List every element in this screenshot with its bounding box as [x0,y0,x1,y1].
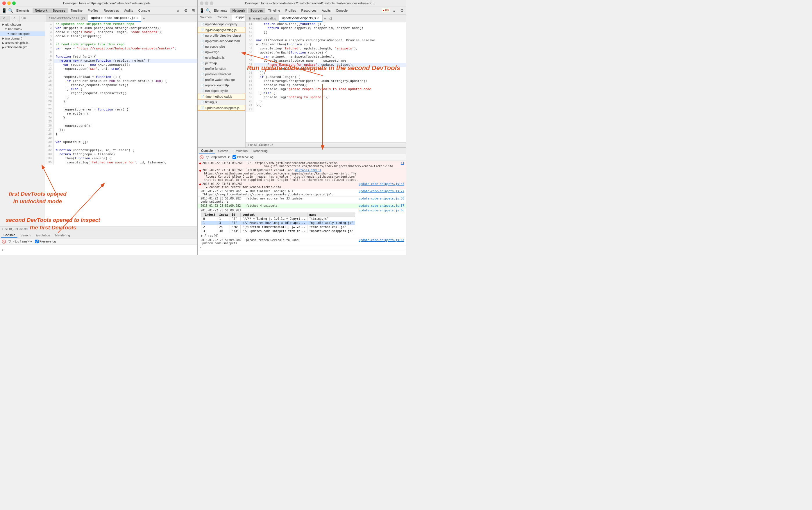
left-console-tab-search[interactable]: Search [18,233,33,237]
log-source[interactable]: update-code-snippets.js:57 [359,204,404,207]
right-preserve-checkbox[interactable] [233,155,236,159]
snippet-replace-load[interactable]: 📄 replace load http [198,83,245,88]
right-menu-network[interactable]: Network [230,8,247,13]
right-console-input[interactable] [203,246,404,250]
left-console-tab-rendering[interactable]: Rendering [53,233,72,237]
log-source[interactable]: update-code-snippets.js:27 [359,190,404,193]
right-menu-console[interactable]: Console [334,8,350,13]
snip-tab-content[interactable]: Conten... [214,15,232,21]
right-code-editor[interactable]: 51 return chain.then((function () { 52 r… [246,22,406,142]
device-icon[interactable]: 📱 [1,7,7,13]
snippet-update-code[interactable]: 📄 update-code-snippets.js [198,105,245,111]
right-menu-resources[interactable]: Resources [299,8,319,13]
left-console-tab-console[interactable]: Console [1,233,18,238]
left-filter-icon[interactable]: ▽ [8,239,11,244]
log-source[interactable]: update-code-snippets.js:36 [359,197,404,200]
log-source[interactable]: update-code-snippets.js:45 [359,182,404,186]
snippet-ng-wedge[interactable]: 📄 ng-wedge [198,50,245,55]
more-tools-icon[interactable]: » [175,7,181,13]
log-source[interactable]: update-code-snippets.js:67 [359,238,404,242]
tree-item-bahmutov[interactable]: ▼ bahmutov [0,27,45,31]
left-menu-timeline[interactable]: Timeline [68,8,85,13]
right-tab-update-snippets[interactable]: update-code-snippets.js ✕ [279,15,323,22]
tree-item-assets[interactable]: ▶ assets-cdn.github... [0,41,45,45]
right-tab-collapse-icon[interactable]: ◁ [327,16,333,21]
left-console-tab-emulation[interactable]: Emulation [33,233,52,237]
right-preserve-label: Preserve log [237,155,253,159]
tab-close-icon[interactable]: ✕ [317,16,320,20]
left-tab-time-method[interactable]: time-method-call.js [46,15,88,22]
snippet-perfmap[interactable]: 📄 perfmap [198,60,245,66]
left-tab-update-snippets[interactable]: update-code-snippets.js ✕ [88,15,141,22]
tree-item-collector[interactable]: ▶ collector-cdn.gith... [0,45,45,50]
left-console-input[interactable] [5,248,196,252]
snippet-profile-function[interactable]: 📄 profile-function [198,66,245,72]
right-tab-more-icon[interactable]: » [323,16,327,21]
log-link[interactable]: devtools.html:1 [295,169,321,172]
minimize-button[interactable] [7,1,11,5]
dock-icon[interactable]: ⊞ [190,7,196,13]
right-console-tab-rendering[interactable]: Rendering [250,148,270,153]
right-console-toolbar: 🚫 ▽ <top frame> ▼ Preserve log [198,154,406,161]
snippet-ng-profile-scope[interactable]: 📄 ng-profile-scope-method [198,38,245,44]
right-menu-audits[interactable]: Audits [320,8,333,13]
left-preserve-checkbox[interactable] [35,239,39,244]
right-console-tab-search[interactable]: Search [216,148,231,153]
right-inspect-icon[interactable]: 🔍 [205,7,211,13]
right-console-tab-console[interactable]: Console [199,148,215,153]
right-menu-sources[interactable]: Sources [248,8,265,13]
right-no-entry-icon[interactable]: 🚫 [199,155,204,159]
close-button[interactable] [2,1,6,5]
snip-tab-snippets[interactable]: Snippets [232,15,246,21]
log-source[interactable]: :1 [401,161,404,165]
left-menu-sources[interactable]: Sources [50,8,67,13]
snip-tab-sources[interactable]: Sources [198,15,214,21]
snippet-profile-method[interactable]: 📄 profile-method-call [198,72,245,77]
filetree-tab-co[interactable]: Co... [10,16,20,22]
left-menu-audits[interactable]: Audits [122,8,136,13]
right-menu-profiles[interactable]: Profiles [283,8,298,13]
left-code-editor[interactable]: time-method-call.js update-code-snippets… [45,15,197,227]
right-more-tools-icon[interactable]: » [391,7,397,13]
right-settings-icon[interactable]: ⚙ [399,7,405,13]
snippet-file-icon: 📄 [201,73,204,76]
inspect-icon[interactable]: 🔍 [7,7,13,13]
log-source[interactable]: update-code-snippets.js:66 [359,209,404,212]
right-frame-select[interactable]: <top frame> ▼ [211,155,230,159]
right-preserve-log-check[interactable]: Preserve log [233,155,253,159]
snippet-ng-find-scope[interactable]: 📄 ng-find-scope-property [198,22,245,27]
left-no-entry-icon[interactable]: 🚫 [2,239,6,244]
right-device-icon[interactable]: 📱 [199,7,205,13]
filetree-tab-so[interactable]: So... [0,16,10,22]
tab-close-icon[interactable]: ✕ [136,16,138,20]
snippet-time-method[interactable]: 📄 time-method-call.js [198,94,245,100]
snippet-overflowing[interactable]: 📄 overflowing.js [198,55,245,60]
snippet-run-digest[interactable]: 📄 run-digest-cycle [198,88,245,94]
settings-icon[interactable]: ⚙ [183,7,189,13]
left-menu-profiles[interactable]: Profiles [85,8,101,13]
snippet-ng-scope-size[interactable]: 📄 ng-scope-size [198,44,245,50]
right-console-tab-emulation[interactable]: Emulation [231,148,250,153]
snippet-profile-watch[interactable]: 📄 profile-watch-change [198,77,245,83]
tree-item-code-snippets[interactable]: ▼ code-snippets [0,31,45,36]
left-menu-resources[interactable]: Resources [101,8,121,13]
snippet-file-icon: 📄 [201,23,204,26]
tree-item-nodomain[interactable]: ▶ (no domain) [0,36,45,41]
filetree-tab-sni[interactable]: Sni... [20,16,30,22]
left-menu-elements[interactable]: Elements [14,8,32,13]
left-frame-select[interactable]: <top frame> ▼ [13,240,33,243]
right-filter-icon[interactable]: ▽ [206,155,209,159]
snippet-ng-idle[interactable]: 📄 ng-idle-apply-timing.js [198,27,245,33]
left-preserve-log-check[interactable]: Preserve log [35,239,56,244]
snippet-timing[interactable]: 📄 timing.js [198,100,245,105]
snippet-ng-profile-directive[interactable]: 📄 ng-profile-directive-digest [198,33,245,38]
left-menu-network[interactable]: Network [33,8,50,13]
right-menu-elements[interactable]: Elements [212,8,230,13]
left-menu-console[interactable]: Console [136,8,152,13]
log-entry-fetch-source: 2015-01-22 23:51:09.282 fetched new sour… [198,197,406,204]
maximize-button[interactable] [12,1,16,5]
tree-item-github[interactable]: ▶ github.com [0,22,45,27]
tab-more-icon[interactable]: » [141,16,146,21]
right-menu-timeline[interactable]: Timeline [266,8,282,13]
right-tab-time-method[interactable]: time-method-call.js [246,15,279,22]
